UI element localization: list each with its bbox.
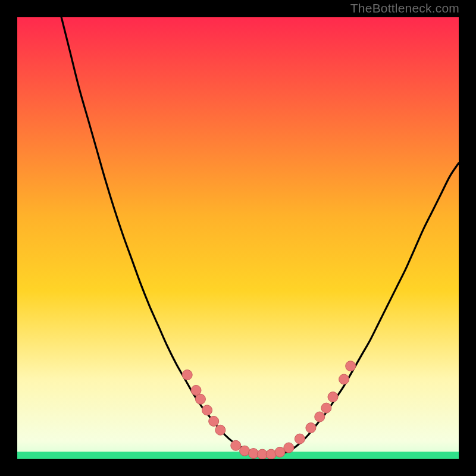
chart-marker xyxy=(248,449,258,459)
chart-marker xyxy=(182,370,192,380)
chart-marker xyxy=(295,434,305,444)
gradient-background xyxy=(17,17,459,459)
chart-marker xyxy=(209,416,219,426)
chart-marker xyxy=(328,392,338,402)
chart-marker xyxy=(240,446,250,456)
chart-marker xyxy=(191,385,201,395)
chart-marker xyxy=(215,425,226,435)
chart-marker xyxy=(284,443,294,453)
chart-marker xyxy=(339,374,349,384)
chart-marker xyxy=(306,423,316,433)
watermark-text: TheBottleneck.com xyxy=(350,1,459,15)
chart-frame xyxy=(17,17,459,459)
bottom-band xyxy=(17,452,459,459)
chart-marker xyxy=(231,440,241,450)
chart-marker xyxy=(346,361,356,371)
chart-svg xyxy=(17,17,459,459)
chart-marker xyxy=(275,447,285,457)
chart-marker xyxy=(321,403,331,413)
chart-marker xyxy=(315,412,325,422)
chart-marker xyxy=(195,394,205,404)
chart-marker xyxy=(202,405,212,415)
chart-marker xyxy=(266,449,276,459)
